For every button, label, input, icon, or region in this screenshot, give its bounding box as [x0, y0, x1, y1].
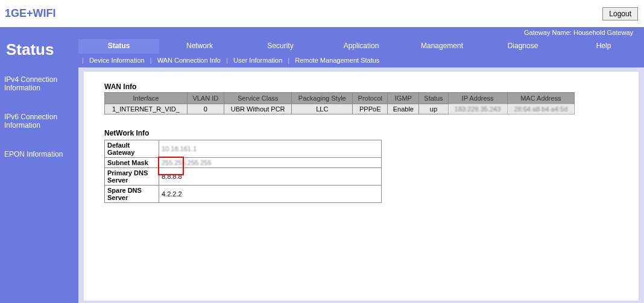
value-spare-dns: 4.2.2.2	[159, 186, 382, 203]
cell-interface: 1_INTERNET_R_VID_	[105, 104, 188, 114]
cell-status: up	[419, 104, 448, 114]
cell-mac: 28:64 a8 b4 a4:5d	[507, 104, 574, 114]
tab-network[interactable]: Network	[159, 39, 240, 54]
cell-service: UBR Without PCR	[224, 104, 292, 114]
sidebar-item-ipv4[interactable]: IPv4 Connection Information	[0, 70, 78, 97]
cell-vlan: 0	[187, 104, 224, 114]
tab-management[interactable]: Management	[402, 39, 482, 54]
value-subnet: 255.255.255.255	[159, 158, 382, 168]
row-spare-dns: Spare DNS Server 4.2.2.2	[105, 186, 382, 203]
col-igmp: IGMP	[388, 93, 419, 104]
gateway-name-bar: Gateway Name: Household Gateway	[78, 27, 644, 39]
sub-tabs: | Device Information | WAN Connection In…	[78, 54, 644, 67]
label-primary-dns: Primary DNS Server	[105, 168, 159, 186]
cell-ip: 183.228.35.243	[448, 104, 507, 114]
col-proto: Protocol	[353, 93, 388, 104]
tab-security[interactable]: Security	[240, 39, 321, 54]
cell-pkg: LLC	[292, 104, 353, 114]
col-vlan: VLAN ID	[187, 93, 224, 104]
network-info-title: NetWork Info	[104, 129, 618, 137]
subtab-device-info[interactable]: Device Information	[86, 57, 148, 64]
top-tabs: Status Network Security Application Mana…	[78, 39, 644, 54]
col-pkg: Packaging Style	[292, 93, 353, 104]
network-info-table: Default Gateway 10.18.161.1 Subnet Mask …	[104, 140, 382, 203]
value-default-gw: 10.18.161.1	[159, 140, 382, 158]
logout-button[interactable]: Logout	[602, 7, 638, 20]
label-default-gw: Default Gateway	[105, 140, 159, 158]
col-service: Service Class	[224, 93, 292, 104]
col-ip: IP Address	[448, 93, 507, 104]
wan-header-row: Interface VLAN ID Service Class Packagin…	[105, 93, 575, 104]
row-primary-dns: Primary DNS Server 8.8.8.8	[105, 168, 382, 186]
tab-application[interactable]: Application	[321, 39, 402, 54]
col-mac: MAC Address	[507, 93, 574, 104]
sidebar-item-ipv6[interactable]: IPv6 Connection Information	[0, 108, 78, 134]
sidebar-item-epon[interactable]: EPON Information	[0, 145, 78, 163]
content-area: WAN Info Interface VLAN ID Service Class…	[84, 72, 639, 301]
tab-status[interactable]: Status	[78, 39, 159, 54]
subtab-wan-conn[interactable]: WAN Connection Info	[154, 57, 224, 64]
col-status: Status	[419, 93, 448, 104]
col-interface: Interface	[105, 93, 188, 104]
sidebar: Status IPv4 Connection Information IPv6 …	[0, 27, 78, 303]
label-spare-dns: Spare DNS Server	[105, 186, 159, 203]
tab-help[interactable]: Help	[563, 39, 644, 54]
cell-proto: PPPoE	[353, 104, 388, 114]
row-subnet: Subnet Mask 255.255.255.255	[105, 158, 382, 168]
brand-logo: 1GE+WIFI	[5, 7, 56, 20]
sidebar-title: Status	[0, 27, 78, 70]
label-subnet: Subnet Mask	[105, 158, 159, 168]
row-default-gw: Default Gateway 10.18.161.1	[105, 140, 382, 158]
cell-igmp: Enable	[388, 104, 419, 114]
wan-info-title: WAN Info	[104, 83, 618, 91]
wan-data-row: 1_INTERNET_R_VID_ 0 UBR Without PCR LLC …	[105, 104, 575, 114]
subtab-user-info[interactable]: User Information	[230, 57, 286, 64]
subtab-remote-mgmt[interactable]: Remote Management Status	[291, 57, 383, 64]
wan-info-table: Interface VLAN ID Service Class Packagin…	[104, 92, 575, 114]
tab-diagnose[interactable]: Diagnose	[482, 39, 563, 54]
value-primary-dns: 8.8.8.8	[159, 168, 382, 186]
